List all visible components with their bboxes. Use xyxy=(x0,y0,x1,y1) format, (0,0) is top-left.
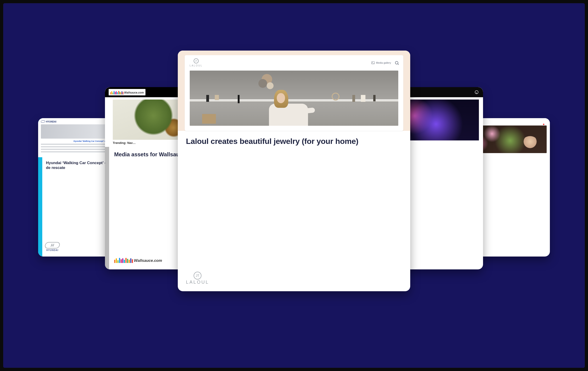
card-footer-logo: JT LALOUL xyxy=(186,272,209,285)
stage: HYUNDAI Hyundai 'Walking Car Concept' es… xyxy=(3,3,585,368)
card-thumbnail-area: JT LALOUL Media gallery xyxy=(178,51,410,131)
wallsauce-logo-mini: Wallsauce.com xyxy=(109,89,145,95)
svg-point-1 xyxy=(372,62,373,63)
notification-dot-icon xyxy=(543,124,544,125)
card-title: Laloul creates beautiful jewelry (for yo… xyxy=(186,136,402,146)
search-icon[interactable] xyxy=(395,61,398,64)
card-footer-logo: H HYUNDAI xyxy=(45,242,60,251)
image-icon: Media gallery xyxy=(371,61,391,64)
nav-media-gallery[interactable]: Media gallery xyxy=(376,61,391,64)
card-laloul[interactable]: JT LALOUL Media gallery xyxy=(178,51,410,291)
laloul-logo-mini: JT LALOUL xyxy=(190,58,203,67)
hero-photo xyxy=(190,71,399,126)
svg-rect-0 xyxy=(371,61,374,64)
hyundai-logo-icon: H xyxy=(44,242,60,249)
card-footer-logo: Wallsauce.com xyxy=(112,255,164,264)
image-icon xyxy=(371,61,375,64)
